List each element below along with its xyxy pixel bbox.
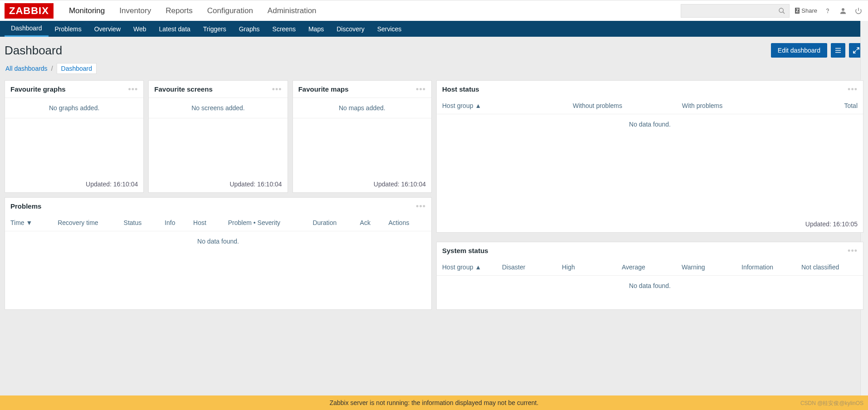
system-status-columns: Host group ▲ Disaster High Average Warni… [437,259,863,276]
widget-title: Host status [442,85,479,93]
breadcrumb-separator: / [51,65,53,72]
col-recovery-time[interactable]: Recovery time [58,219,120,226]
widget-menu-icon[interactable]: ••• [128,88,138,91]
widget-menu-icon[interactable]: ••• [848,88,858,91]
col-not-classified[interactable]: Not classified [801,264,858,271]
sort-asc-icon: ▲ [475,264,481,271]
col-high[interactable]: High [562,264,618,271]
no-data-text: No data found. [5,231,431,251]
widget-menu-icon[interactable]: ••• [848,249,858,253]
col-total[interactable]: Total [756,102,858,109]
subnav-services[interactable]: Services [371,21,408,37]
col-without-problems[interactable]: Without problems [547,102,648,109]
col-host-group[interactable]: Host group ▲ [442,102,543,109]
col-duration[interactable]: Duration [312,219,356,226]
page-title: Dashboard [5,44,62,58]
col-status[interactable]: Status [124,219,161,226]
topbar: ZABBIX Monitoring Inventory Reports Conf… [0,0,868,21]
subnav-graphs[interactable]: Graphs [233,21,266,37]
widget-favourite-graphs: Favourite graphs ••• No graphs added. Up… [5,80,144,193]
widget-title: System status [442,247,488,254]
user-icon[interactable] [838,6,848,16]
col-host[interactable]: Host [193,219,224,226]
col-warning[interactable]: Warning [682,264,738,271]
col-with-problems[interactable]: With problems [652,102,753,109]
subnav-discovery[interactable]: Discovery [330,21,371,37]
sort-desc-icon: ▼ [26,219,32,226]
nav-monitoring[interactable]: Monitoring [62,1,112,21]
widget-menu-icon[interactable]: ••• [416,88,426,91]
widget-empty-text: No maps added. [293,98,431,118]
widget-favourite-screens: Favourite screens ••• No screens added. … [148,80,288,193]
col-actions[interactable]: Actions [389,219,426,226]
subnav-triggers[interactable]: Triggers [197,21,233,37]
dashboard-grid: Favourite graphs ••• No graphs added. Up… [0,80,868,314]
col-average[interactable]: Average [622,264,678,271]
breadcrumb: All dashboards / Dashboard [0,60,868,80]
logo[interactable]: ZABBIX [5,3,54,19]
zabbix-z-icon: Z [795,8,800,14]
problems-columns: Time ▼ Recovery time Status Info Host Pr… [5,215,431,231]
page-actions: Edit dashboard [771,43,863,58]
col-host-group[interactable]: Host group ▲ [442,264,498,271]
svg-point-2 [828,12,828,13]
search-input[interactable] [685,7,778,14]
no-data-text: No data found. [437,114,863,134]
subnav-maps[interactable]: Maps [302,21,330,37]
widget-title: Problems [10,202,41,210]
widget-title: Favourite maps [298,85,349,93]
widget-system-status: System status ••• Host group ▲ Disaster … [436,242,863,310]
col-problem-severity[interactable]: Problem • Severity [228,219,309,226]
widget-menu-icon[interactable]: ••• [272,88,282,91]
nav-configuration[interactable]: Configuration [200,1,260,21]
col-time[interactable]: Time ▼ [10,219,54,226]
subnav-web[interactable]: Web [127,21,153,37]
host-status-columns: Host group ▲ Without problems With probl… [437,98,863,114]
share-label: Share [801,7,817,14]
widget-empty-text: No graphs added. [5,98,143,118]
no-data-text: No data found. [437,276,863,296]
svg-point-3 [842,8,844,11]
subnav-dashboard[interactable]: Dashboard [5,21,49,37]
widget-favourite-maps: Favourite maps ••• No maps added. Update… [293,80,432,193]
widget-updated: Updated: 16:10:05 [437,216,863,232]
menu-button[interactable] [831,43,845,58]
subnav-screens[interactable]: Screens [266,21,302,37]
nav-administration[interactable]: Administration [260,1,324,21]
widget-title: Favourite screens [154,85,212,93]
svg-line-1 [783,12,785,14]
widget-updated: Updated: 16:10:04 [5,176,143,192]
col-disaster[interactable]: Disaster [502,264,558,271]
sort-asc-icon: ▲ [475,102,481,109]
subnav-latest-data[interactable]: Latest data [153,21,197,37]
widget-updated: Updated: 16:10:04 [293,176,431,192]
sub-nav: Dashboard Problems Overview Web Latest d… [0,21,868,37]
widget-empty-text: No screens added. [149,98,287,118]
share-button[interactable]: Z Share [795,7,817,14]
search-box[interactable] [681,4,790,18]
edit-dashboard-button[interactable]: Edit dashboard [771,43,827,58]
widget-menu-icon[interactable]: ••• [416,205,426,208]
col-information[interactable]: Information [741,264,798,271]
widget-host-status: Host status ••• Host group ▲ Without pro… [436,80,863,233]
svg-point-0 [779,8,783,12]
nav-inventory[interactable]: Inventory [112,1,158,21]
logout-icon[interactable] [853,6,863,16]
col-info[interactable]: Info [165,219,190,226]
col-ack[interactable]: Ack [360,219,385,226]
widget-problems: Problems ••• Time ▼ Recovery time Status… [5,197,432,310]
main-nav: Monitoring Inventory Reports Configurati… [62,1,324,21]
widget-updated: Updated: 16:10:04 [149,176,287,192]
breadcrumb-root[interactable]: All dashboards [5,65,48,72]
help-icon[interactable] [823,6,833,16]
page-header: Dashboard Edit dashboard [0,37,868,60]
breadcrumb-current[interactable]: Dashboard [57,63,97,74]
widget-title: Favourite graphs [10,85,66,93]
search-icon[interactable] [778,7,785,15]
nav-reports[interactable]: Reports [158,1,200,21]
subnav-problems[interactable]: Problems [49,21,88,37]
topbar-right: Z Share [681,4,863,18]
subnav-overview[interactable]: Overview [88,21,127,37]
